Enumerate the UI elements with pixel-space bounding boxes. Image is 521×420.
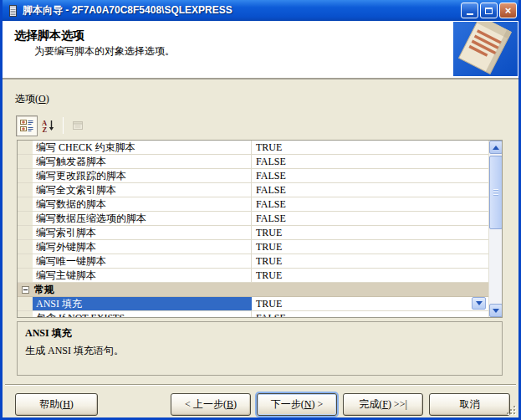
property-value-text: FALSE [256,184,286,197]
alphabetical-sort-button[interactable]: A Z [38,115,59,136]
window-icon [6,4,19,18]
alphabetical-sort-icon: A Z [42,119,55,132]
property-value-text: FALSE [256,156,286,168]
category-label: 常规 [33,283,54,296]
property-value[interactable]: TRUE [252,269,488,282]
wizard-scroll-graphic [453,22,518,76]
help-button[interactable]: 帮助(H) [15,393,98,416]
svg-text:Z: Z [43,125,48,133]
property-value[interactable]: FALSE [252,169,488,182]
row-indent [18,212,33,225]
property-pages-button [67,115,89,136]
property-label: 编写更改跟踪的脚本 [33,169,252,182]
scrollbar-thumb[interactable] [489,156,503,229]
property-row[interactable]: 编写外键脚本TRUE [18,240,488,254]
property-row[interactable]: 编写唯一键脚本TRUE [18,254,488,269]
property-value[interactable]: FALSE [252,197,488,211]
next-button[interactable]: 下一步(N) > [257,393,337,416]
back-button[interactable]: < 上一步(B) [171,393,251,416]
property-value-text: TRUE [256,255,282,268]
property-label: 编写外键脚本 [33,240,252,254]
row-indent [18,183,33,197]
maximize-button[interactable] [480,3,498,18]
chevron-down-icon [476,301,483,305]
property-row[interactable]: 编写索引脚本TRUE [18,226,488,240]
property-label: 编写唯一键脚本 [33,254,252,268]
minimize-button[interactable] [461,3,478,18]
resize-grip[interactable] [505,404,516,415]
property-value-text: TRUE [256,269,282,282]
property-row[interactable]: 编写数据压缩选项的脚本FALSE [18,212,488,226]
property-label: ANSI 填充 [33,297,252,310]
titlebar[interactable]: 脚本向导 - 2F7A0A70C8F5408\SQLEXPRESS × [3,0,518,21]
property-grid-rows: 编写 CHECK 约束脚本TRUE编写触发器脚本FALSE编写更改跟踪的脚本FA… [18,141,488,317]
options-label: 选项(O) [15,92,49,106]
property-row[interactable]: 编写触发器脚本FALSE [18,155,488,169]
property-value[interactable]: TRUE [252,254,488,268]
property-row[interactable]: 编写 CHECK 约束脚本TRUE [18,141,488,155]
property-label: 编写数据压缩选项的脚本 [33,212,252,225]
script-wizard-window: 脚本向导 - 2F7A0A70C8F5408\SQLEXPRESS × 选择脚本… [0,0,521,420]
value-dropdown-button[interactable] [472,297,486,310]
description-title: ANSI 填充 [25,326,494,341]
row-indent [18,240,33,254]
property-value[interactable]: TRUE [252,240,488,254]
scroll-down-button[interactable] [489,304,503,317]
property-value-text: FALSE [256,198,286,211]
wizard-header: 选择脚本选项 为要编写脚本的对象选择选项。 [3,21,518,79]
property-value-text: TRUE [256,141,282,154]
property-value-text: TRUE [256,241,282,254]
category-indent [18,283,33,296]
close-icon: × [505,5,512,16]
scroll-up-button[interactable] [489,141,503,154]
dialog-body: 选择脚本选项 为要编写脚本的对象选择选项。 [3,21,518,417]
page-title: 选择脚本选项 [14,28,84,44]
row-indent [18,197,33,211]
finish-button[interactable]: 完成(F) >>| [343,393,423,416]
property-value[interactable]: TRUE [252,141,488,154]
property-row[interactable]: 包含 If NOT EXISTSFALSE [18,311,488,317]
property-value-text: FALSE [256,170,286,182]
property-row[interactable]: 编写主键脚本TRUE [18,269,488,283]
property-value[interactable]: TRUE [252,226,488,239]
toolbar-separator [63,117,64,134]
property-label: 编写触发器脚本 [33,155,252,168]
footer-divider [5,384,516,386]
property-value[interactable]: TRUE [252,297,488,310]
property-row[interactable]: 编写数据的脚本FALSE [18,197,488,212]
property-value[interactable]: FALSE [252,311,488,317]
row-indent [18,141,33,154]
property-row[interactable]: 编写更改跟踪的脚本FALSE [18,169,488,183]
property-value-text: TRUE [256,227,282,239]
property-value[interactable]: FALSE [252,212,488,225]
property-label: 编写数据的脚本 [33,197,252,211]
property-label: 编写 CHECK 约束脚本 [33,141,252,154]
row-indent [18,155,33,168]
property-label: 编写主键脚本 [33,269,252,282]
maximize-icon [485,8,493,14]
property-row[interactable]: 编写全文索引脚本FALSE [18,183,488,197]
vertical-scrollbar[interactable] [488,141,502,317]
page-subtitle: 为要编写脚本的对象选择选项。 [34,44,175,59]
property-value[interactable]: FALSE [252,155,488,168]
property-label: 包含 If NOT EXISTS [33,311,252,317]
cancel-button[interactable]: 取消 [429,393,510,416]
description-panel: ANSI 填充 生成 ANSI 填充语句。 [17,321,503,376]
property-value[interactable]: FALSE [252,183,488,197]
arrow-up-icon [493,146,499,150]
categorized-button[interactable] [16,115,38,136]
description-text: 生成 ANSI 填充语句。 [25,344,494,358]
arrow-down-icon [493,309,499,313]
row-indent [18,269,33,282]
property-grid[interactable]: 编写 CHECK 约束脚本TRUE编写触发器脚本FALSE编写更改跟踪的脚本FA… [17,140,503,318]
property-value-text: FALSE [256,312,286,318]
close-button[interactable]: × [499,3,517,18]
property-row[interactable]: ANSI 填充TRUE [18,297,488,311]
window-title: 脚本向导 - 2F7A0A70C8F5408\SQLEXPRESS [23,3,461,18]
property-value-text: TRUE [256,298,282,310]
row-indent [18,297,33,310]
collapse-icon[interactable] [22,286,29,294]
category-row[interactable]: 常规 [18,283,488,297]
row-indent [18,311,33,317]
property-label: 编写索引脚本 [33,226,252,239]
